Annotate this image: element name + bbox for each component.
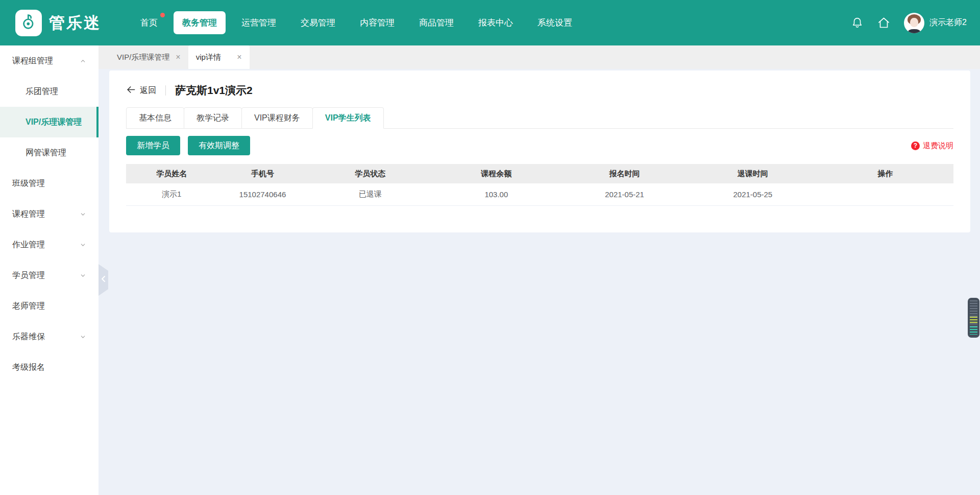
tab-teaching-records[interactable]: 教学记录 — [184, 107, 242, 129]
sidebar-item-exam-registration[interactable]: 考级报名 — [0, 352, 99, 383]
tab-vip-student-list[interactable]: VIP学生列表 — [312, 107, 384, 129]
sidebar-item-online-class[interactable]: 网管课管理 — [0, 137, 99, 168]
table-header-row: 学员姓名 手机号 学员状态 课程余额 报名时间 退课时间 操作 — [126, 164, 953, 183]
sidebar-item-instrument-maintenance[interactable]: 乐器维保 — [0, 321, 99, 352]
page-tabstrip: VIP/乐理课管理 × vip详情 × — [99, 45, 980, 69]
back-button[interactable]: 返回 — [126, 85, 156, 97]
col-enroll-date: 报名时间 — [560, 164, 689, 183]
strip-tab-vip-management[interactable]: VIP/乐理课管理 × — [109, 45, 188, 69]
divider — [165, 85, 166, 96]
col-balance: 课程余额 — [432, 164, 560, 183]
sidebar-item-homework[interactable]: 作业管理 — [0, 229, 99, 260]
user-avatar[interactable] — [904, 13, 924, 33]
cell-phone: 15102740646 — [217, 183, 308, 205]
nav-item-academic[interactable]: 教务管理 — [174, 11, 226, 34]
cell-actions — [817, 183, 953, 205]
col-status: 学员状态 — [308, 164, 432, 183]
sidebar-item-courses[interactable]: 课程管理 — [0, 199, 99, 229]
scroll-minimap-widget[interactable] — [968, 298, 979, 338]
detail-tabs: 基本信息 教学记录 VIP课程财务 VIP学生列表 — [126, 107, 953, 129]
notification-dot — [160, 13, 165, 17]
sidebar-item-vip-theory[interactable]: VIP/乐理课管理 — [0, 107, 99, 137]
col-phone: 手机号 — [217, 164, 308, 183]
adjust-validity-button[interactable]: 有效期调整 — [188, 136, 250, 155]
back-arrow-icon — [126, 85, 136, 97]
chevron-down-icon — [80, 334, 86, 340]
actions-row: 新增学员 有效期调整 ? 退费说明 — [126, 136, 953, 155]
cell-balance: 103.00 — [432, 183, 560, 205]
nav-item-products[interactable]: 商品管理 — [410, 11, 462, 34]
col-student-name: 学员姓名 — [126, 164, 217, 183]
sidebar-item-teachers[interactable]: 老师管理 — [0, 291, 99, 321]
close-icon[interactable]: × — [176, 53, 180, 61]
nav-item-transactions[interactable]: 交易管理 — [292, 11, 344, 34]
table-row: 演示1 15102740646 已退课 103.00 2021-05-21 20… — [126, 183, 953, 205]
sidebar-item-course-groups[interactable]: 课程组管理 — [0, 45, 99, 76]
refund-note-link[interactable]: ? 退费说明 — [911, 141, 953, 151]
cell-withdraw-date: 2021-05-25 — [689, 183, 817, 205]
page-header-row: 返回 萨克斯1v1演示2 — [126, 83, 953, 98]
cell-student-name: 演示1 — [126, 183, 217, 205]
username[interactable]: 演示老师2 — [929, 17, 967, 28]
students-table-wrap: 学员姓名 手机号 学员状态 课程余额 报名时间 退课时间 操作 演示1 1510… — [126, 164, 953, 206]
bell-icon[interactable] — [851, 16, 864, 29]
nav-item-content[interactable]: 内容管理 — [351, 11, 403, 34]
students-table: 学员姓名 手机号 学员状态 课程余额 报名时间 退课时间 操作 演示1 1510… — [126, 164, 953, 206]
tab-basic-info[interactable]: 基本信息 — [126, 107, 184, 129]
question-circle-icon: ? — [911, 142, 920, 150]
nav-item-reports[interactable]: 报表中心 — [470, 11, 522, 34]
strip-tab-vip-detail[interactable]: vip详情 × — [188, 45, 250, 69]
col-withdraw-date: 退课时间 — [689, 164, 817, 183]
chevron-down-icon — [80, 242, 86, 248]
brand-name: 管乐迷 — [49, 12, 101, 34]
cell-enroll-date: 2021-05-21 — [560, 183, 689, 205]
main-area: 返回 萨克斯1v1演示2 基本信息 教学记录 VIP课程财务 VIP学生列表 新… — [99, 69, 980, 495]
add-student-button[interactable]: 新增学员 — [126, 136, 180, 155]
chevron-down-icon — [80, 211, 86, 218]
tab-vip-course-finance[interactable]: VIP课程财务 — [241, 107, 313, 129]
sidebar-item-students[interactable]: 学员管理 — [0, 260, 99, 291]
col-actions: 操作 — [817, 164, 953, 183]
app-logo — [15, 10, 42, 36]
chevron-up-icon — [80, 58, 86, 64]
page-title: 萨克斯1v1演示2 — [175, 83, 253, 98]
sidebar: 课程组管理 乐团管理 VIP/乐理课管理 网管课管理 班级管理 课程管理 作业管… — [0, 45, 99, 495]
content-card: 返回 萨克斯1v1演示2 基本信息 教学记录 VIP课程财务 VIP学生列表 新… — [109, 70, 970, 232]
chevron-left-icon — [101, 275, 107, 285]
nav-item-settings[interactable]: 系统设置 — [529, 11, 581, 34]
sidebar-item-orchestra[interactable]: 乐团管理 — [0, 76, 99, 107]
top-nav: 首页 教务管理 运营管理 交易管理 内容管理 商品管理 报表中心 系统设置 — [132, 11, 581, 34]
cell-status: 已退课 — [308, 183, 432, 205]
header-right: 演示老师2 — [838, 13, 967, 33]
music-note-icon — [20, 13, 37, 33]
top-header: 管乐迷 首页 教务管理 运营管理 交易管理 内容管理 商品管理 报表中心 系统设… — [0, 0, 980, 45]
close-icon[interactable]: × — [237, 53, 241, 61]
nav-item-operations[interactable]: 运营管理 — [233, 11, 285, 34]
home-icon[interactable] — [877, 16, 891, 30]
chevron-down-icon — [80, 272, 86, 279]
nav-item-home[interactable]: 首页 — [132, 11, 166, 34]
sidebar-item-classes[interactable]: 班级管理 — [0, 168, 99, 199]
